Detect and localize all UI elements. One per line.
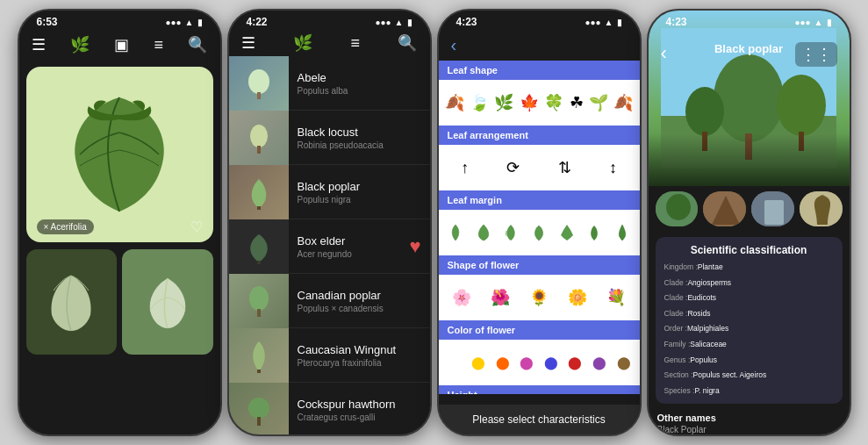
svg-rect-10 [257,417,261,426]
margin-icon-4[interactable] [532,224,546,241]
class-val-clade2: Eudicots [687,293,716,302]
phone-4-inner: 4:23 ●●● ▲ ▮ [649,11,850,434]
margin-icon-5[interactable] [560,224,574,241]
class-val-section: Populus sect. Aigeiros [693,370,767,379]
favorite-heart-icon[interactable]: ♥ [409,235,420,258]
small-photo-3[interactable] [751,191,794,226]
small-photo-2[interactable] [703,191,746,226]
small-photo-4[interactable] [800,191,843,226]
plant-info-locust: Black locust Robinia pseudoacacia [289,126,430,150]
leaf-shape-3[interactable]: 🌿 [494,93,513,112]
card-label: × Acerifolia [37,219,94,234]
color-yellow[interactable]: ⬤ [471,355,485,370]
flower-3[interactable]: 🌻 [529,288,549,307]
main-leaf-card: × Acerifolia ♡ [26,67,213,242]
class-key-clade1: Clade : [664,278,688,287]
flower-2[interactable]: 🌺 [491,288,510,307]
plant-list: Abele Populus alba Black locust Robinia … [229,56,430,436]
plant-item-locust[interactable]: Black locust Robinia pseudoacacia [229,111,430,165]
leaf-shape-8[interactable]: 🍂 [613,93,633,112]
plant-thumb-locust [229,111,289,165]
margin-icon-6[interactable] [587,224,601,241]
flower-4[interactable]: 🌼 [568,288,587,307]
color-brown[interactable]: ⬤ [617,355,631,370]
svg-point-26 [685,87,724,136]
svg-rect-5 [257,261,261,264]
leaf-shape-1[interactable]: 🍂 [445,93,464,112]
plant-latin-locust: Robinia pseudoacacia [298,140,421,150]
leaf-shape-5[interactable]: 🍀 [544,93,563,112]
leaf-icon[interactable]: 🌿 [70,35,90,54]
status-bar-1: 6:53 ●●● ▲ ▮ [19,11,220,30]
plant-item-poplar[interactable]: Black poplar Populus nigra [229,165,430,219]
plant-latin-canadian: Populus × canadensis [298,304,421,313]
filter-icon-2[interactable]: ≡ [350,34,360,53]
filter-row-leaf-shape: 🍂 🍃 🌿 🍁 🍀 ☘ 🌱 🍂 [439,80,640,126]
menu-icon-2[interactable]: ☰ [241,33,255,53]
arrangement-2[interactable]: ⟳ [506,158,520,177]
back-button-4[interactable]: ‹ [661,42,667,65]
leaf-shape-4[interactable]: 🍁 [520,93,539,112]
plant-name-poplar: Black poplar [298,180,421,193]
plant-latin-poplar: Populus nigra [298,195,421,205]
battery-icon: ▮ [197,18,203,27]
arrangement-4[interactable]: ↕ [609,159,617,177]
plant-name-canadian: Canadian poplar [298,289,421,302]
heart-icon[interactable]: ♡ [190,219,203,235]
leaf-thumb-2[interactable] [122,249,213,355]
color-red[interactable]: ⬤ [568,355,582,370]
filter-row-flower-color: ⬤ ⬤ ⬤ ⬤ ⬤ ⬤ ⬤ ⬤ [439,340,640,385]
margin-icon-7[interactable] [615,224,629,241]
plant-item-abele[interactable]: Abele Populus alba [229,56,430,111]
plant-info-cockspur: Cockspur hawthorn Crataegus crus-galli [289,398,430,422]
wifi-icon-3: ▲ [605,18,613,27]
phone-2: 4:22 ●●● ▲ ▮ ☰ 🌿 ≡ 🔍 Abele [227,9,432,436]
signal-icon: ●●● [165,18,181,27]
leaf-shape-7[interactable]: 🌱 [589,93,608,112]
svg-point-24 [714,54,784,142]
color-purple[interactable]: ⬤ [592,355,606,370]
time-1: 6:53 [37,16,58,28]
arrangement-1[interactable]: ↑ [461,159,469,177]
color-blue[interactable]: ⬤ [544,355,558,370]
margin-icon-1[interactable] [448,224,463,241]
class-key-family: Family : [664,340,691,348]
leaf-thumb-1[interactable] [26,249,118,355]
margin-icon-3[interactable] [504,224,518,241]
select-characteristics-btn[interactable]: Please select characteristics [472,413,605,426]
color-orange[interactable]: ⬤ [496,355,510,370]
class-key-species: Species : [664,386,695,395]
top-bar-3: ‹ [439,30,640,61]
svg-point-9 [248,398,269,419]
flower-1[interactable]: 🌸 [452,288,471,307]
flower-5[interactable]: 💐 [606,288,626,307]
plant-item-caucasian[interactable]: Caucasian Wingnut Pterocarya fraxinifoli… [229,328,430,383]
signal-icon-4: ●●● [794,18,810,27]
search-icon[interactable]: 🔍 [188,35,207,54]
color-white[interactable]: ⬤ [447,355,461,370]
class-key-clade3: Clade : [664,309,688,318]
leaf-shape-6[interactable]: ☘ [570,93,584,112]
svg-point-6 [249,286,269,311]
leaf-shape-2[interactable]: 🍃 [470,93,489,112]
bottom-bar-filter: Please select characteristics [439,405,640,434]
gallery-icon[interactable]: ▣ [114,35,129,54]
search-icon-2[interactable]: 🔍 [398,33,417,53]
menu-button-4[interactable]: ⋮⋮ [795,42,837,67]
color-pink[interactable]: ⬤ [520,355,534,370]
class-key-genus: Genus : [664,355,691,364]
leaf-icon-2[interactable]: 🌿 [293,33,312,53]
plant-name-boxelder: Box elder [298,234,401,248]
plant-item-canadian[interactable]: Canadian poplar Populus × canadensis [229,274,430,328]
back-button-3[interactable]: ‹ [451,35,457,55]
arrangement-3[interactable]: ⇅ [558,158,571,177]
filter-icon[interactable]: ≡ [154,36,164,54]
status-bar-4: 4:23 ●●● ▲ ▮ [649,11,850,30]
menu-icon[interactable]: ☰ [32,35,46,54]
plant-thumb-boxelder [229,219,289,274]
margin-icon-2[interactable] [477,224,491,241]
plant-item-boxelder[interactable]: Box elder Acer negundo ♥ [229,219,430,274]
status-icons-2: ●●● ▲ ▮ [375,18,412,27]
small-photo-1[interactable] [656,191,699,226]
plant-item-cockspur[interactable]: Cockspur hawthorn Crataegus crus-galli [229,383,430,436]
